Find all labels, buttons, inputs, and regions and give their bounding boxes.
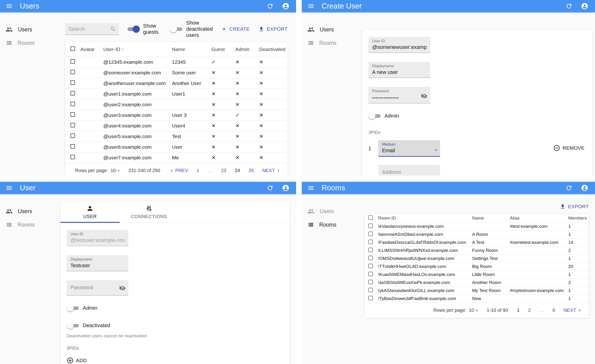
- col-alias[interactable]: Alias: [508, 214, 566, 222]
- room-row[interactable]: !LLIMSSNHrhRjsdWNXsd:example.comFunny Ro…: [365, 246, 589, 254]
- user-row[interactable]: @user7:example.comMe✕✕✕: [65, 152, 288, 163]
- menu-icon[interactable]: [5, 184, 13, 192]
- room-row[interactable]: !TyBasDmwelJdfFaeBmk:example.comNew1: [365, 294, 589, 303]
- row-checkbox[interactable]: [70, 70, 75, 74]
- row-checkbox[interactable]: [70, 91, 75, 96]
- row-checkbox[interactable]: [70, 144, 75, 149]
- user-row[interactable]: @user1:example.comUser1✕✕✕: [65, 89, 288, 99]
- row-checkbox[interactable]: [368, 288, 373, 292]
- menu-icon[interactable]: [5, 2, 13, 10]
- address-input[interactable]: [382, 167, 436, 176]
- refresh-icon[interactable]: [266, 2, 274, 10]
- room-row[interactable]: !FasdweDssccaGLdsFRddsOl:example.comA Te…: [365, 238, 589, 246]
- menu-icon[interactable]: [307, 184, 315, 192]
- col-admin[interactable]: Admin: [234, 42, 257, 57]
- address-field[interactable]: [378, 165, 440, 176]
- user-row[interactable]: @12345:example.com12345✓✕✕: [65, 57, 288, 67]
- refresh-icon[interactable]: [266, 184, 274, 192]
- user-id-field[interactable]: User-ID @somenewuser:example.com: [368, 37, 430, 53]
- show-guests-switch[interactable]: [127, 26, 140, 33]
- medium-select[interactable]: Medium Email ▾: [378, 140, 440, 157]
- select-all-checkbox[interactable]: [368, 215, 373, 220]
- admin-switch[interactable]: [368, 112, 381, 119]
- col-name[interactable]: Name: [170, 42, 210, 57]
- sidebar-item-users[interactable]: Users: [0, 23, 60, 36]
- password-field[interactable]: Password ••••••••••••••••: [368, 87, 430, 103]
- row-checkbox[interactable]: [368, 264, 373, 268]
- remove-pid-button[interactable]: REMOVE: [553, 140, 585, 152]
- sidebar-item-rooms[interactable]: Rooms: [0, 218, 60, 231]
- room-row[interactable]: !eVasdacvxysewus:example.com#test:exampl…: [365, 222, 589, 230]
- page-number[interactable]: 25: [248, 168, 254, 173]
- account-icon[interactable]: [282, 2, 290, 10]
- row-checkbox[interactable]: [368, 248, 373, 252]
- refresh-icon[interactable]: [565, 184, 573, 192]
- prev-page-button[interactable]: PREV: [169, 168, 188, 173]
- search-box[interactable]: [65, 23, 119, 35]
- row-checkbox[interactable]: [368, 231, 373, 236]
- room-row[interactable]: !OMSDsdweassllUUjjwe:example.comSettings…: [365, 254, 589, 262]
- room-row[interactable]: !lasmnwASmDllasi:example.comA Room1: [365, 230, 589, 238]
- room-row[interactable]: !TTnlslkHHweOLAD:example.comBig Room20: [365, 262, 589, 271]
- menu-icon[interactable]: [307, 2, 315, 10]
- sidebar-item-rooms[interactable]: Rooms: [302, 218, 362, 231]
- search-input[interactable]: [69, 26, 110, 32]
- col-user-id[interactable]: User-ID↑: [101, 42, 170, 57]
- next-page-button[interactable]: NEXT: [262, 168, 281, 173]
- show-deactivated-switch[interactable]: [170, 26, 183, 33]
- user-row[interactable]: @user2:example.com✕✕✕: [65, 99, 288, 110]
- row-checkbox[interactable]: [368, 256, 373, 260]
- row-checkbox[interactable]: [368, 224, 373, 228]
- sidebar-item-users[interactable]: Users: [302, 204, 362, 218]
- row-checkbox[interactable]: [70, 155, 75, 159]
- page-number[interactable]: 1: [197, 168, 199, 173]
- account-icon[interactable]: [580, 184, 589, 192]
- add-pid-button[interactable]: ADD: [67, 357, 87, 364]
- admin-switch[interactable]: [67, 305, 79, 312]
- page-number[interactable]: 9: [552, 308, 555, 313]
- row-checkbox[interactable]: [70, 102, 75, 106]
- row-checkbox[interactable]: [70, 123, 75, 127]
- row-checkbox[interactable]: [70, 133, 75, 138]
- row-checkbox[interactable]: [70, 80, 75, 85]
- refresh-icon[interactable]: [565, 2, 573, 10]
- account-icon[interactable]: [282, 184, 290, 192]
- user-row[interactable]: @user3:example.comUser 3✕✓✕: [65, 110, 288, 120]
- room-row[interactable]: !asSBSlsdWEvaXwPk:example.comAnother Roo…: [365, 279, 589, 287]
- password-field[interactable]: Password: [67, 280, 128, 295]
- account-icon[interactable]: [580, 2, 589, 10]
- user-row[interactable]: @someuser:example.comSome user✕✕✕: [65, 67, 288, 78]
- user-row[interactable]: @user6:example.comUser✕✕✕: [65, 142, 288, 152]
- col-name[interactable]: Name: [470, 214, 508, 222]
- rows-per-page-select[interactable]: 10 ▾: [111, 168, 120, 173]
- col-guest[interactable]: Guest: [210, 42, 234, 57]
- row-checkbox[interactable]: [368, 296, 373, 300]
- col-avatar[interactable]: Avatar: [79, 42, 101, 57]
- visibility-off-icon[interactable]: [421, 93, 427, 100]
- sidebar-item-rooms[interactable]: Rooms: [0, 36, 60, 49]
- row-checkbox[interactable]: [368, 272, 373, 276]
- user-row[interactable]: @anotheruser:example.comAnother User✕✕✕: [65, 78, 288, 89]
- next-page-button[interactable]: NEXT: [564, 308, 582, 313]
- displayname-field[interactable]: Displayname A new user: [368, 62, 430, 78]
- row-checkbox[interactable]: [70, 59, 75, 64]
- room-row[interactable]: !ykAStwxasdwsKkxGILL:example.comMy Test …: [365, 287, 589, 294]
- col-deactivated[interactable]: Deactivated: [257, 42, 288, 57]
- tab-user[interactable]: USER: [60, 201, 120, 223]
- export-button[interactable]: EXPORT: [258, 26, 288, 32]
- rows-per-page-select[interactable]: 10 ▾: [469, 308, 478, 313]
- row-checkbox[interactable]: [368, 280, 373, 284]
- export-button[interactable]: EXPORT: [560, 203, 589, 210]
- sidebar-item-users[interactable]: Users: [302, 23, 362, 36]
- visibility-off-icon[interactable]: [119, 285, 126, 293]
- deactivated-switch[interactable]: [67, 322, 79, 329]
- room-row[interactable]: !KuasNWEMasdHasLOs:example.comLittle Roo…: [365, 271, 589, 279]
- user-row[interactable]: @user4:example.comUser4✕✕✕: [65, 120, 288, 131]
- select-all-checkbox[interactable]: [70, 46, 75, 51]
- sidebar-item-rooms[interactable]: Rooms: [302, 36, 362, 49]
- col-room-id[interactable]: Room-ID: [376, 214, 470, 222]
- page-number[interactable]: 2: [528, 308, 531, 313]
- sidebar-item-users[interactable]: Users: [0, 204, 60, 218]
- row-checkbox[interactable]: [368, 240, 373, 244]
- user-row[interactable]: @user5:example.comTest✕✕✕: [65, 131, 288, 142]
